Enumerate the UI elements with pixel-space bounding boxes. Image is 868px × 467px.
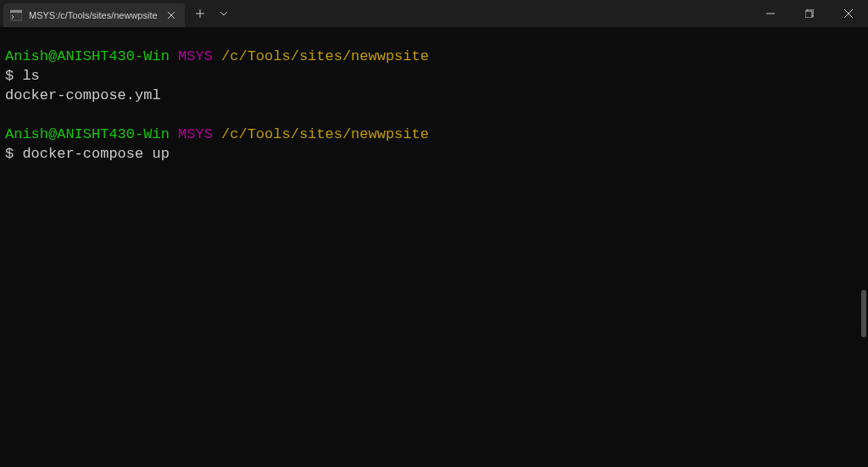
command-line: $ docker-compose up bbox=[5, 145, 863, 164]
svg-rect-1 bbox=[10, 10, 22, 13]
msys-label: MSYS bbox=[178, 48, 213, 64]
scrollbar-thumb[interactable] bbox=[861, 290, 866, 337]
terminal-body[interactable]: Anish@ANISHT430-Win MSYS /c/Tools/sites/… bbox=[0, 27, 868, 170]
terminal-icon bbox=[10, 9, 22, 21]
tab-terminal[interactable]: MSYS:/c/Tools/sites/newwpsite bbox=[3, 3, 185, 27]
svg-rect-2 bbox=[805, 11, 812, 18]
msys-label: MSYS bbox=[178, 126, 213, 142]
tabs-area: MSYS:/c/Tools/sites/newwpsite bbox=[0, 0, 236, 27]
titlebar: MSYS:/c/Tools/sites/newwpsite bbox=[0, 0, 868, 27]
tab-dropdown-button[interactable] bbox=[212, 2, 236, 25]
new-tab-button[interactable] bbox=[188, 2, 212, 25]
user-host: Anish@ANISHT430-Win bbox=[5, 126, 170, 142]
user-host: Anish@ANISHT430-Win bbox=[5, 48, 170, 64]
prompt-line: Anish@ANISHT430-Win MSYS /c/Tools/sites/… bbox=[5, 125, 863, 145]
command-line: $ ls bbox=[5, 67, 863, 86]
command-text: ls bbox=[22, 68, 39, 84]
command-text: docker-compose up bbox=[22, 146, 169, 162]
blank-line bbox=[5, 106, 863, 125]
cwd-path: /c/Tools/sites/newwpsite bbox=[221, 48, 429, 64]
tab-close-button[interactable] bbox=[164, 8, 178, 22]
tab-title: MSYS:/c/Tools/sites/newwpsite bbox=[29, 10, 158, 20]
cwd-path: /c/Tools/sites/newwpsite bbox=[221, 126, 429, 142]
prompt-line: Anish@ANISHT430-Win MSYS /c/Tools/sites/… bbox=[5, 47, 863, 67]
window-controls bbox=[751, 0, 868, 27]
close-button[interactable] bbox=[829, 0, 868, 27]
maximize-button[interactable] bbox=[790, 0, 829, 27]
prompt-symbol: $ bbox=[5, 146, 14, 162]
prompt-symbol: $ bbox=[5, 68, 14, 84]
output-line: docker-compose.yml bbox=[5, 86, 863, 106]
minimize-button[interactable] bbox=[751, 0, 790, 27]
